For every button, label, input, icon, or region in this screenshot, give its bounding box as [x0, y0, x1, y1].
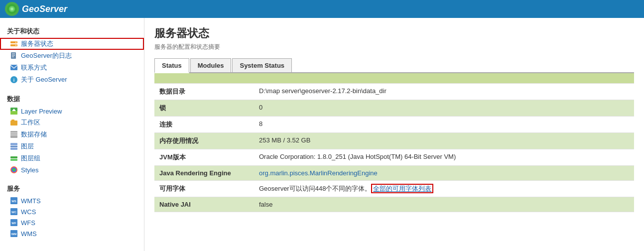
tab-system-status[interactable]: System Status	[232, 58, 292, 72]
svg-text:WM: WM	[11, 233, 17, 236]
logo-icon	[5, 2, 19, 16]
table-row: JVM版本 Oracle Corporation: 1.8.0_251 (Jav…	[154, 149, 634, 165]
table-row: 数据目录 D:\map server\geoserver-2.17.2-bin\…	[154, 83, 634, 100]
sidebar-item-layers[interactable]: 图层	[0, 140, 144, 152]
svg-point-5	[15, 42, 16, 43]
table-row: Native JAI false	[154, 197, 634, 212]
wfs-icon: WF	[10, 219, 18, 227]
styles-icon	[10, 166, 18, 174]
row-value: false	[254, 197, 634, 212]
table-row: 连接 8	[154, 116, 634, 132]
sidebar-label-layergroup: 图层组	[21, 154, 40, 163]
svg-rect-22	[10, 143, 17, 145]
sidebar-item-server-status[interactable]: 服务器状态	[0, 38, 144, 50]
row-value: Oracle Corporation: 1.8.0_251 (Java HotS…	[254, 149, 634, 165]
svg-text:WS: WS	[11, 200, 16, 203]
svg-rect-25	[10, 156, 17, 158]
sidebar-label-workspace: 工作区	[21, 118, 40, 127]
row-label: 内存使用情况	[154, 132, 254, 149]
sidebar: 关于和状态 服务器状态 GeoServ	[0, 18, 144, 251]
log-icon	[10, 52, 18, 60]
sidebar-label-styles: Styles	[21, 166, 38, 174]
font-list-link[interactable]: 全部的可用字体列表	[371, 184, 433, 193]
row-value: Geoserver可以访问448个不同的字体。全部的可用字体列表	[254, 180, 634, 197]
sidebar-item-datastore[interactable]: 数据存储	[0, 128, 144, 140]
sidebar-item-layer-preview[interactable]: Layer Preview	[0, 106, 144, 117]
sidebar-item-layergroup[interactable]: 图层组	[0, 152, 144, 164]
row-label: JVM版本	[154, 149, 254, 165]
logo: GeoServer	[5, 2, 67, 16]
sidebar-label-about: 关于 GeoServer	[21, 75, 67, 84]
svg-rect-19	[10, 131, 17, 138]
page-subtitle: 服务器的配置和状态摘要	[154, 43, 634, 51]
row-label: 可用字体	[154, 180, 254, 197]
svg-rect-17	[10, 121, 17, 126]
top-bar: GeoServer	[0, 0, 644, 18]
sidebar-item-geoserver-log[interactable]: GeoServer的日志	[0, 50, 144, 62]
svg-point-29	[12, 168, 15, 171]
logo-text: GeoServer	[22, 4, 67, 14]
main-layout: 关于和状态 服务器状态 GeoServ	[0, 18, 644, 251]
sidebar-item-wms[interactable]: WM WMS	[0, 228, 144, 239]
sidebar-item-wcs[interactable]: WC WCS	[0, 206, 144, 217]
row-label: Java Rendering Engine	[154, 165, 254, 180]
sidebar-label-server-status: 服务器状态	[21, 39, 53, 48]
row-value: org.marlin.pisces.MarlinRenderingEngine	[254, 165, 634, 180]
layer-preview-icon	[10, 107, 18, 115]
row-value: 8	[254, 116, 634, 132]
section-title-data: 数据	[0, 91, 144, 106]
sidebar-item-contact[interactable]: 联系方式	[0, 62, 144, 74]
server-icon	[10, 40, 18, 48]
svg-rect-11	[10, 65, 17, 70]
font-count-text: Geoserver可以访问448个不同的字体。	[259, 185, 371, 192]
wmts-icon: WS	[10, 197, 18, 205]
svg-text:WC: WC	[11, 211, 17, 214]
sidebar-item-wmts[interactable]: WS WMTS	[0, 195, 144, 206]
sidebar-label-wmts: WMTS	[21, 197, 41, 205]
table-header-row	[154, 73, 634, 83]
svg-rect-23	[10, 146, 17, 147]
row-value: 253 MB / 3.52 GB	[254, 132, 634, 149]
table-row: 锁 0	[154, 100, 634, 116]
row-value: D:\map server\geoserver-2.17.2-bin\data_…	[254, 83, 634, 100]
row-label: 连接	[154, 116, 254, 132]
row-label: 数据目录	[154, 83, 254, 100]
sidebar-item-workspace[interactable]: 工作区	[0, 117, 144, 128]
svg-text:i: i	[13, 78, 15, 83]
tab-status[interactable]: Status	[154, 58, 189, 73]
row-label: Native JAI	[154, 197, 254, 212]
sidebar-label-contact: 联系方式	[21, 63, 47, 72]
table-header-cell	[154, 73, 634, 83]
sidebar-item-wfs[interactable]: WF WFS	[0, 217, 144, 228]
page-title: 服务器状态	[154, 26, 634, 41]
workspace-icon	[10, 119, 18, 126]
svg-point-2	[10, 7, 13, 10]
sidebar-label-datastore: 数据存储	[21, 130, 47, 139]
row-label: 锁	[154, 100, 254, 116]
table-row: 内存使用情况 253 MB / 3.52 GB	[154, 132, 634, 149]
svg-rect-24	[10, 147, 17, 150]
sidebar-item-styles[interactable]: Styles	[0, 164, 144, 175]
contact-icon	[10, 64, 18, 72]
layer-icon	[10, 142, 18, 150]
sidebar-label-wfs: WFS	[21, 219, 35, 227]
svg-rect-15	[10, 111, 17, 115]
tab-modules[interactable]: Modules	[190, 58, 232, 72]
svg-rect-26	[10, 159, 17, 161]
row-value: 0	[254, 100, 634, 116]
section-title-services: 服务	[0, 180, 144, 195]
main-content: 服务器状态 服务器的配置和状态摘要 Status Modules System …	[144, 18, 644, 251]
wcs-icon: WC	[10, 208, 18, 216]
table-row: Java Rendering Engine org.marlin.pisces.…	[154, 165, 634, 180]
svg-text:WF: WF	[11, 222, 16, 225]
section-title-about: 关于和状态	[0, 23, 144, 38]
sidebar-label-wcs: WCS	[21, 208, 36, 216]
datastore-icon	[10, 130, 18, 138]
wms-icon: WM	[10, 230, 18, 238]
sidebar-label-geoserver-log: GeoServer的日志	[21, 51, 72, 60]
status-table: 数据目录 D:\map server\geoserver-2.17.2-bin\…	[154, 73, 634, 212]
about-icon: i	[10, 76, 18, 84]
svg-rect-18	[11, 120, 14, 121]
sidebar-item-about[interactable]: i 关于 GeoServer	[0, 74, 144, 86]
svg-point-6	[15, 45, 16, 46]
